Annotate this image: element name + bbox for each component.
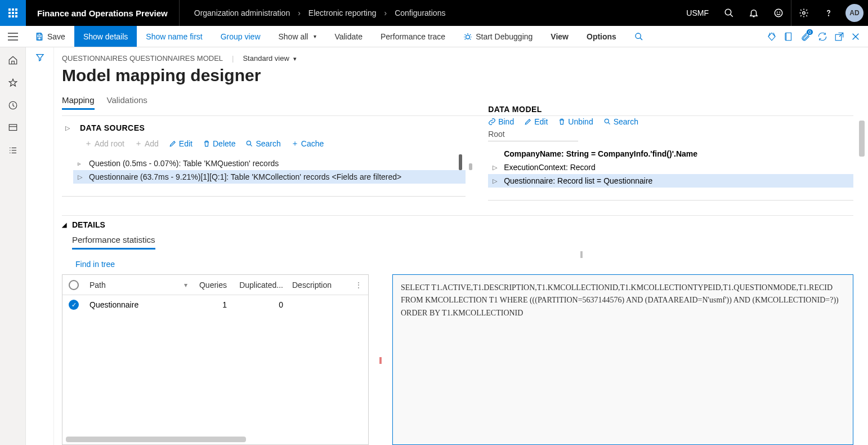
tree-node-selected[interactable]: ▷ Questionnaire (63.7ms - 9.21%)[1][Q:1]… <box>73 170 466 184</box>
view-selector[interactable]: Standard view ▾ <box>243 54 297 63</box>
details-header[interactable]: ◢ DETAILS <box>62 220 853 229</box>
add-button[interactable]: ＋Add <box>135 139 159 149</box>
home-icon[interactable] <box>8 55 18 65</box>
tree-node[interactable]: CompanyName: String = CompanyInfo.'find(… <box>488 147 853 161</box>
bind-button[interactable]: Bind <box>488 117 514 126</box>
tree-node[interactable]: ▷ ExecutionContext: Record <box>488 161 853 174</box>
nav-toggle-button[interactable] <box>0 26 26 47</box>
more-icon[interactable]: ⋮ <box>355 281 368 290</box>
find-in-tree-link[interactable]: Find in tree <box>75 260 853 269</box>
cache-button[interactable]: ＋Cache <box>291 139 324 149</box>
chevron-down-icon: ▾ <box>314 33 316 39</box>
add-root-button[interactable]: ＋Add root <box>84 139 124 149</box>
expander-icon[interactable]: ▷ <box>78 173 84 181</box>
workspace-icon[interactable] <box>8 123 18 133</box>
edit-button[interactable]: Edit <box>169 139 193 148</box>
tab-performance-statistics[interactable]: Performance statistics <box>72 235 155 250</box>
start-debugging-label: Start Debugging <box>476 32 533 41</box>
column-header-path[interactable]: Path ▾ <box>85 281 192 290</box>
breadcrumb: Organization administration › Electronic… <box>180 8 446 17</box>
debug-icon <box>463 32 472 41</box>
show-name-first-button[interactable]: Show name first <box>137 26 211 47</box>
details-title: DETAILS <box>72 220 105 229</box>
view-menu[interactable]: View <box>542 26 578 47</box>
app-title: Finance and Operations Preview <box>26 8 179 18</box>
search-button[interactable]: Search <box>245 139 280 148</box>
gear-icon[interactable] <box>791 0 816 26</box>
search-button[interactable]: Search <box>603 117 638 126</box>
bell-icon[interactable] <box>741 0 766 26</box>
grid-row[interactable]: ✓ Questionnaire 1 0 <box>62 295 368 314</box>
performance-trace-button[interactable]: Performance trace <box>372 26 454 47</box>
data-sources-toolbar: ＋Add root ＋Add Edit Delete Search ＋Cach <box>84 139 466 149</box>
delete-button[interactable]: Delete <box>203 139 235 148</box>
row-selected-icon[interactable]: ✓ <box>69 300 79 310</box>
chevron-right-icon: › <box>384 8 387 17</box>
breadcrumb-item[interactable]: Organization administration <box>194 8 290 17</box>
tree-node[interactable]: ▹ Question (0.5ms - 0.07%): Table 'KMQue… <box>73 157 466 170</box>
company-picker[interactable]: USMF <box>678 8 717 17</box>
book-icon[interactable] <box>784 32 794 42</box>
start-debugging-button[interactable]: Start Debugging <box>454 26 542 47</box>
data-model-tree: CompanyName: String = CompanyInfo.'find(… <box>488 147 853 188</box>
star-icon[interactable] <box>8 78 18 88</box>
expander-icon[interactable]: ▹ <box>78 160 84 167</box>
search-icon[interactable] <box>717 0 741 26</box>
filter-pane-strip <box>26 47 54 445</box>
popout-icon[interactable] <box>834 32 844 42</box>
options-menu[interactable]: Options <box>578 26 625 47</box>
filter-icon[interactable]: ▾ <box>184 281 187 289</box>
show-all-dropdown[interactable]: Show all ▾ <box>270 26 326 47</box>
svg-line-1 <box>730 14 733 17</box>
column-header-queries[interactable]: Queries <box>192 281 231 290</box>
sql-preview[interactable]: SELECT T1.ACTIVE,T1.DESCRIPTION,T1.KMCOL… <box>392 274 853 445</box>
svg-line-28 <box>250 144 253 146</box>
column-header-duplicated[interactable]: Duplicated... <box>231 281 288 290</box>
help-icon[interactable] <box>816 0 841 26</box>
page-content: QUESTIONNAIRES QUESTIONNAIRES MODEL | St… <box>54 47 868 445</box>
recent-icon[interactable] <box>8 100 18 110</box>
attach-icon[interactable]: 0 <box>800 32 811 42</box>
modules-icon[interactable] <box>8 145 18 155</box>
breadcrumb-item[interactable]: Electronic reporting <box>308 8 377 17</box>
filter-icon[interactable] <box>35 53 44 445</box>
edit-button[interactable]: Edit <box>524 117 548 126</box>
collapse-caret-icon: ◢ <box>62 221 66 229</box>
validate-button[interactable]: Validate <box>325 26 372 47</box>
section-title: DATA SOURCES <box>80 123 145 132</box>
horizontal-splitter[interactable]: ‖ <box>379 274 382 445</box>
top-header: Finance and Operations Preview Organizat… <box>0 0 868 26</box>
scrollbar[interactable] <box>859 121 865 157</box>
tab-mapping[interactable]: Mapping <box>62 95 95 110</box>
tree-node-selected[interactable]: ▷ Questionnaire: Record list = Questionn… <box>488 174 853 188</box>
smiley-icon[interactable] <box>766 0 791 26</box>
diamond-icon[interactable] <box>767 32 777 42</box>
expander-icon[interactable]: ▷ <box>493 164 499 171</box>
section-title: DATA MODEL <box>488 105 853 114</box>
search-icon <box>634 32 643 41</box>
expander-icon[interactable]: ▷ <box>493 177 499 185</box>
vertical-splitter[interactable]: ‖ <box>580 250 583 258</box>
save-button[interactable]: Save <box>26 26 74 47</box>
left-nav-rail <box>0 47 26 445</box>
data-model-panel: DATA MODEL Bind Edit Unbind <box>488 121 853 201</box>
select-all-checkbox[interactable] <box>69 280 79 290</box>
app-launcher-button[interactable] <box>0 0 26 26</box>
breadcrumb-item[interactable]: Configurations <box>395 8 445 17</box>
column-header-description[interactable]: Description <box>288 281 355 290</box>
mini-chart <box>459 154 472 170</box>
toolbar-search-button[interactable] <box>625 26 652 47</box>
group-view-button[interactable]: Group view <box>212 26 270 47</box>
tab-validations[interactable]: Validations <box>107 95 147 110</box>
header-right: USMF AD <box>678 0 868 26</box>
save-icon <box>35 32 44 41</box>
svg-point-3 <box>777 12 777 12</box>
svg-line-14 <box>640 38 642 40</box>
refresh-icon[interactable] <box>817 32 827 42</box>
collapse-caret-icon[interactable]: ▷ <box>62 121 73 135</box>
avatar[interactable]: AD <box>845 4 863 22</box>
unbind-button[interactable]: Unbind <box>558 117 593 126</box>
close-icon[interactable] <box>851 32 860 41</box>
horizontal-scrollbar[interactable] <box>66 437 246 442</box>
show-details-button[interactable]: Show details <box>74 26 137 47</box>
